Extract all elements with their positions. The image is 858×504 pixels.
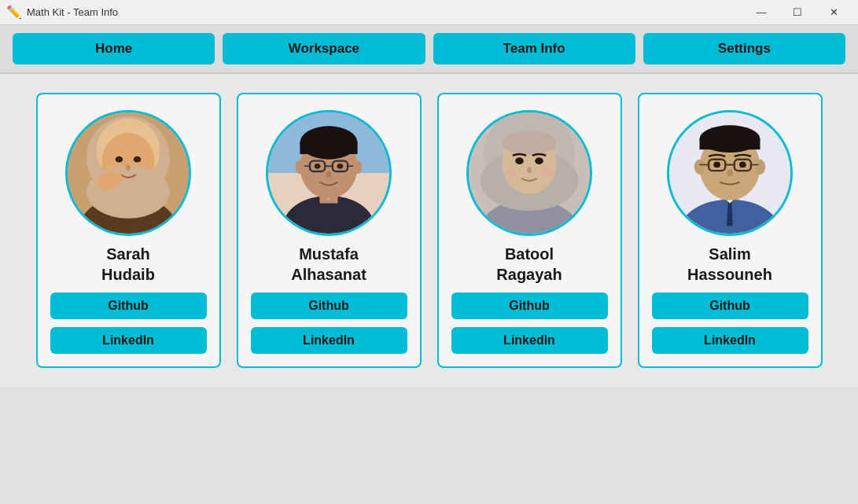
nav-workspace[interactable]: Workspace [223,33,425,64]
svg-point-40 [540,167,552,175]
svg-rect-49 [700,139,760,149]
svg-point-37 [535,157,543,164]
github-button-mustafa[interactable]: Github [251,292,407,319]
svg-point-9 [126,164,131,171]
avatar-sarah [65,110,191,236]
member-name-salim: Salim Hassouneh [687,244,772,285]
svg-point-25 [315,164,321,169]
svg-point-58 [739,162,746,168]
svg-point-36 [515,157,524,164]
avatar-mustafa [266,110,392,236]
team-card-salim: Salim Hassouneh Github LinkedIn [638,93,823,368]
svg-point-59 [727,169,733,177]
svg-point-57 [713,162,720,168]
svg-rect-19 [300,143,357,154]
nav-settings[interactable]: Settings [643,33,845,64]
svg-point-39 [506,167,517,175]
svg-point-26 [337,164,344,169]
github-button-batool[interactable]: Github [451,292,608,319]
svg-point-6 [87,165,170,218]
navbar: Home Workspace Team Info Settings [0,25,858,74]
titlebar-left: ✏️ Math Kit - Team Info [6,5,118,20]
nav-team-info[interactable]: Team Info [433,33,635,64]
member-name-mustafa: Mustafa Alhasanat [291,244,366,285]
app-icon: ✏️ [6,5,22,20]
member-name-batool: Batool Ragayah [496,244,562,285]
team-card-mustafa: Mustafa Alhasanat Github LinkedIn [237,93,422,368]
linkedin-button-mustafa[interactable]: LinkedIn [251,327,407,354]
titlebar: ✏️ Math Kit - Team Info — ☐ ✕ [0,0,858,25]
svg-point-50 [694,160,705,175]
maximize-button[interactable]: ☐ [779,0,816,25]
svg-point-29 [353,160,363,174]
linkedin-button-salim[interactable]: LinkedIn [652,327,808,354]
svg-point-28 [296,160,305,174]
main-content: Sarah Hudaib Github LinkedIn [0,74,858,387]
avatar-salim [667,110,793,236]
svg-point-51 [755,160,765,175]
member-name-sarah: Sarah Hudaib [101,244,155,285]
minimize-button[interactable]: — [743,0,779,25]
svg-point-35 [502,131,556,155]
team-card-batool: Batool Ragayah Github LinkedIn [437,93,622,368]
linkedin-button-batool[interactable]: LinkedIn [451,327,608,354]
github-button-sarah[interactable]: Github [50,292,207,319]
titlebar-title: Math Kit - Team Info [27,6,118,18]
svg-point-8 [134,156,142,163]
nav-home[interactable]: Home [13,33,215,64]
titlebar-controls: — ☐ ✕ [743,0,852,25]
svg-point-38 [527,167,532,173]
close-button[interactable]: ✕ [816,0,852,25]
github-button-salim[interactable]: Github [652,292,808,319]
svg-point-27 [326,171,331,178]
svg-point-7 [116,156,123,163]
avatar-batool [466,110,592,236]
linkedin-button-sarah[interactable]: LinkedIn [50,327,207,354]
team-card-sarah: Sarah Hudaib Github LinkedIn [36,93,221,368]
